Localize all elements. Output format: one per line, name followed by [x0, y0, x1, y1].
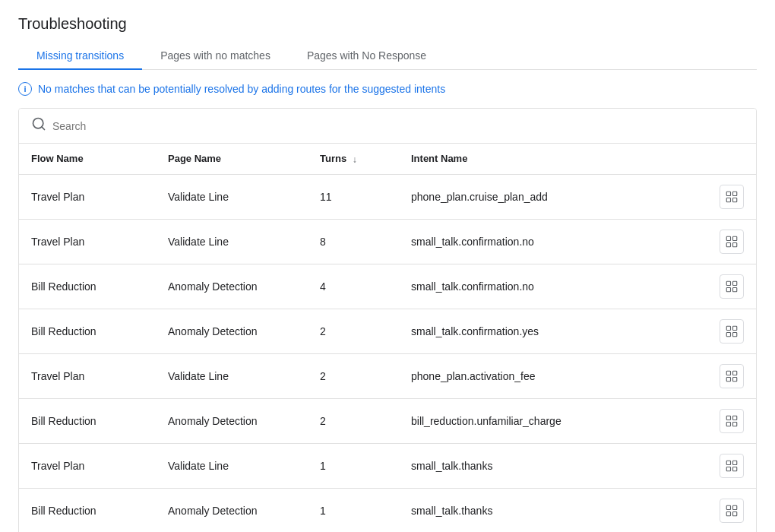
cell-intent-name: phone_plan.cruise_plan_add — [399, 175, 756, 219]
cell-turns: 11 — [308, 174, 399, 219]
row-action-icon[interactable] — [720, 454, 744, 478]
svg-rect-23 — [733, 416, 737, 420]
page-title: Troubleshooting — [18, 15, 757, 33]
svg-rect-17 — [733, 332, 737, 336]
tabs-container: Missing transitions Pages with no matche… — [18, 42, 757, 70]
svg-rect-16 — [726, 332, 730, 336]
info-text: No matches that can be potentially resol… — [38, 83, 445, 95]
cell-page-name: Validate Line — [156, 219, 308, 264]
table-row: Bill Reduction Anomaly Detection 2 bill_… — [19, 398, 756, 443]
table-header-row: Flow Name Page Name Turns ↓ Intent Name — [19, 144, 756, 174]
cell-intent-name: small_talk.thanks — [399, 444, 756, 488]
row-action-icon[interactable] — [720, 185, 744, 209]
info-icon: i — [18, 82, 32, 96]
page-container: Troubleshooting Missing transitions Page… — [0, 0, 775, 532]
svg-rect-25 — [733, 422, 737, 426]
cell-flow-name: Bill Reduction — [19, 488, 156, 532]
col-page-name: Page Name — [156, 144, 308, 174]
svg-rect-6 — [726, 236, 730, 240]
cell-intent-name: small_talk.confirmation.yes — [399, 309, 756, 353]
svg-rect-7 — [733, 236, 737, 240]
row-action-icon[interactable] — [720, 274, 744, 299]
col-intent-name: Intent Name — [399, 144, 756, 174]
svg-rect-4 — [726, 198, 730, 201]
cell-flow-name: Bill Reduction — [19, 264, 156, 309]
table-row: Bill Reduction Anomaly Detection 1 small… — [19, 488, 756, 532]
cell-page-name: Validate Line — [156, 174, 308, 219]
cell-flow-name: Travel Plan — [19, 353, 156, 398]
svg-rect-29 — [733, 467, 737, 470]
main-table-container: Flow Name Page Name Turns ↓ Intent Name — [18, 108, 757, 532]
svg-rect-30 — [726, 505, 730, 509]
svg-rect-9 — [733, 242, 737, 246]
svg-rect-31 — [733, 505, 737, 509]
cell-page-name: Validate Line — [156, 353, 308, 398]
col-flow-name: Flow Name — [19, 144, 156, 174]
svg-rect-33 — [733, 511, 737, 515]
tab-missing-transitions[interactable]: Missing transitions — [18, 42, 142, 69]
cell-flow-name: Travel Plan — [19, 219, 156, 264]
svg-rect-10 — [726, 281, 730, 285]
row-action-icon[interactable] — [720, 230, 744, 254]
svg-rect-14 — [726, 326, 730, 330]
cell-turns: 8 — [308, 219, 399, 264]
col-turns[interactable]: Turns ↓ — [308, 144, 399, 174]
svg-rect-19 — [733, 371, 737, 375]
cell-turns: 4 — [308, 264, 399, 309]
svg-rect-28 — [726, 467, 730, 470]
cell-flow-name: Travel Plan — [19, 443, 156, 488]
table-row: Travel Plan Validate Line 1 small_talk.t… — [19, 443, 756, 488]
row-action-icon[interactable] — [720, 409, 744, 433]
cell-page-name: Validate Line — [156, 443, 308, 488]
cell-turns: 2 — [308, 353, 399, 398]
svg-rect-27 — [733, 461, 737, 464]
cell-turns: 2 — [308, 309, 399, 353]
svg-rect-21 — [733, 377, 737, 381]
info-banner: i No matches that can be potentially res… — [18, 82, 757, 96]
table-row: Bill Reduction Anomaly Detection 4 small… — [19, 264, 756, 309]
cell-turns: 1 — [308, 443, 399, 488]
svg-rect-5 — [733, 198, 737, 201]
svg-rect-18 — [726, 371, 730, 375]
svg-rect-2 — [726, 192, 730, 195]
tab-pages-no-response[interactable]: Pages with No Response — [289, 42, 444, 69]
cell-intent-name: phone_plan.activation_fee — [399, 354, 756, 398]
svg-rect-11 — [733, 281, 737, 285]
cell-turns: 2 — [308, 398, 399, 443]
table-row: Travel Plan Validate Line 11 phone_plan.… — [19, 174, 756, 219]
cell-intent-name: small_talk.confirmation.no — [399, 220, 756, 264]
row-action-icon[interactable] — [720, 364, 744, 388]
cell-page-name: Anomaly Detection — [156, 264, 308, 309]
table-row: Travel Plan Validate Line 8 small_talk.c… — [19, 219, 756, 264]
svg-rect-12 — [726, 287, 730, 291]
cell-intent-name: small_talk.thanks — [399, 489, 756, 532]
svg-rect-8 — [726, 242, 730, 246]
search-icon — [31, 116, 46, 135]
svg-rect-15 — [733, 326, 737, 330]
cell-page-name: Anomaly Detection — [156, 309, 308, 353]
table-body: Travel Plan Validate Line 11 phone_plan.… — [19, 174, 756, 532]
cell-intent-name: small_talk.confirmation.no — [399, 264, 756, 309]
cell-page-name: Anomaly Detection — [156, 488, 308, 532]
cell-flow-name: Bill Reduction — [19, 398, 156, 443]
svg-rect-32 — [726, 511, 730, 515]
search-input[interactable] — [52, 120, 744, 132]
row-action-icon[interactable] — [720, 499, 744, 523]
svg-rect-26 — [726, 461, 730, 464]
cell-flow-name: Bill Reduction — [19, 309, 156, 353]
cell-intent-name: bill_reduction.unfamiliar_charge — [399, 399, 756, 443]
svg-rect-22 — [726, 416, 730, 420]
cell-flow-name: Travel Plan — [19, 174, 156, 219]
search-bar — [19, 109, 756, 144]
svg-rect-24 — [726, 422, 730, 426]
table-row: Bill Reduction Anomaly Detection 2 small… — [19, 309, 756, 353]
cell-page-name: Anomaly Detection — [156, 398, 308, 443]
cell-turns: 1 — [308, 488, 399, 532]
row-action-icon[interactable] — [720, 319, 744, 344]
tab-pages-no-matches[interactable]: Pages with no matches — [142, 42, 289, 69]
sort-icon: ↓ — [353, 154, 357, 165]
svg-rect-20 — [726, 377, 730, 381]
svg-rect-13 — [733, 287, 737, 291]
table-row: Travel Plan Validate Line 2 phone_plan.a… — [19, 353, 756, 398]
data-table: Flow Name Page Name Turns ↓ Intent Name — [19, 144, 756, 532]
